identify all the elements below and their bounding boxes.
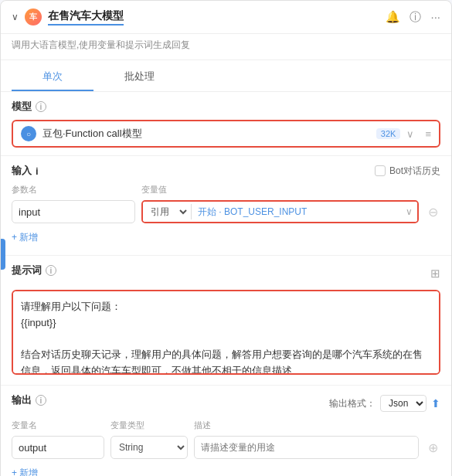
input-type-select[interactable]: 引用 bbox=[143, 202, 189, 222]
output-section: 输出 i 输出格式： Json ⬆ 变量名 变量类型 描述 String ⊕ bbox=[1, 385, 451, 476]
output-type-select[interactable]: String bbox=[110, 436, 188, 459]
prompt-icon-btn[interactable]: ⊞ bbox=[430, 267, 440, 280]
model-chevron[interactable]: ∨ bbox=[406, 128, 414, 140]
output-row: String ⊕ bbox=[12, 436, 440, 459]
model-info-icon[interactable]: i bbox=[36, 101, 46, 112]
output-format-label: 输出格式： bbox=[329, 397, 376, 410]
input-row: 引用 开始 · BOT_USER_INPUT ∨ ⊖ bbox=[12, 200, 440, 223]
output-add-button[interactable]: + 新增 bbox=[12, 464, 440, 476]
tab-batch[interactable]: 批处理 bbox=[93, 63, 185, 91]
model-logo: ○ bbox=[21, 126, 36, 141]
prompt-textarea[interactable]: 请理解用户以下问题： {{input}} 结合对话历史聊天记录，理解用户的具体问… bbox=[12, 290, 440, 375]
output-format-select[interactable]: Json bbox=[380, 395, 427, 412]
prompt-info-icon[interactable]: i bbox=[46, 265, 56, 276]
model-name: 豆包·Function call模型 bbox=[42, 127, 370, 141]
output-name-field[interactable] bbox=[12, 436, 104, 459]
output-info-icon[interactable]: i bbox=[36, 395, 46, 406]
output-col-desc: 描述 bbox=[194, 420, 211, 431]
page-title: 在售汽车大模型 bbox=[48, 9, 124, 26]
bot-history-box[interactable] bbox=[375, 165, 386, 176]
prompt-section: 提示词 i ⊞ 请理解用户以下问题： {{input}} 结合对话历史聊天记录，… bbox=[1, 255, 451, 385]
header: ∨ 车 在售汽车大模型 🔔 ⓘ ··· bbox=[1, 1, 451, 34]
bot-history-checkbox[interactable]: Bot对话历史 bbox=[375, 165, 440, 178]
output-col-type: 变量类型 bbox=[110, 420, 188, 431]
output-desc-field[interactable] bbox=[194, 436, 419, 459]
output-format: 输出格式： Json ⬆ bbox=[329, 395, 440, 412]
model-section: 模型 i ○ 豆包·Function call模型 32K ∨ ≡ bbox=[1, 92, 451, 156]
col-header-param: 参数名 bbox=[12, 184, 135, 196]
left-accent bbox=[1, 239, 5, 270]
input-col-headers: 参数名 变量值 bbox=[12, 184, 440, 196]
info-icon[interactable]: ⓘ bbox=[410, 10, 421, 25]
bot-history-label: Bot对话历史 bbox=[389, 165, 440, 178]
model-selector[interactable]: ○ 豆包·Function call模型 32K ∨ ≡ bbox=[12, 120, 440, 148]
output-col-name: 变量名 bbox=[12, 420, 104, 431]
input-remove-btn[interactable]: ⊖ bbox=[425, 205, 440, 219]
avatar: 车 bbox=[25, 8, 42, 26]
main-container: ∨ 车 在售汽车大模型 🔔 ⓘ ··· 调用大语言模型,使用变量和提示词生成回复… bbox=[0, 0, 452, 476]
input-header: 输入 i Bot对话历史 bbox=[12, 164, 440, 178]
tabs: 单次 批处理 bbox=[1, 63, 451, 92]
bell-icon[interactable]: 🔔 bbox=[386, 10, 400, 25]
model-badge: 32K bbox=[376, 128, 401, 139]
prompt-section-label: 提示词 i bbox=[12, 264, 56, 277]
more-icon[interactable]: ··· bbox=[430, 10, 440, 25]
subtitle: 调用大语言模型,使用变量和提示词生成回复 bbox=[1, 34, 451, 60]
output-remove-btn[interactable]: ⊕ bbox=[425, 440, 440, 455]
divider bbox=[191, 204, 192, 219]
input-section: 输入 i Bot对话历史 参数名 变量值 引用 开始 · BOT_USER_IN… bbox=[1, 156, 451, 255]
output-col-headers: 变量名 变量类型 描述 bbox=[12, 420, 440, 431]
input-info-icon[interactable]: i bbox=[36, 165, 39, 177]
header-actions: 🔔 ⓘ ··· bbox=[386, 10, 440, 25]
input-param-field[interactable] bbox=[12, 200, 135, 223]
col-header-variable: 变量值 bbox=[141, 184, 167, 196]
output-export-icon[interactable]: ⬆ bbox=[431, 397, 440, 410]
model-settings-icon[interactable]: ≡ bbox=[425, 128, 431, 140]
input-value-content: 开始 · BOT_USER_INPUT bbox=[193, 202, 401, 222]
collapse-chevron[interactable]: ∨ bbox=[12, 12, 19, 22]
input-add-button[interactable]: + 新增 bbox=[12, 228, 440, 247]
output-header: 输出 i 输出格式： Json ⬆ bbox=[12, 393, 440, 413]
input-value-chevron[interactable]: ∨ bbox=[401, 202, 417, 222]
input-section-label: 输入 i bbox=[12, 164, 39, 178]
model-section-label: 模型 i bbox=[12, 100, 440, 114]
output-section-label: 输出 i bbox=[12, 393, 46, 407]
prompt-header: 提示词 i ⊞ bbox=[12, 264, 440, 284]
input-value-row: 引用 开始 · BOT_USER_INPUT ∨ bbox=[141, 200, 419, 223]
tab-single[interactable]: 单次 bbox=[12, 63, 93, 91]
